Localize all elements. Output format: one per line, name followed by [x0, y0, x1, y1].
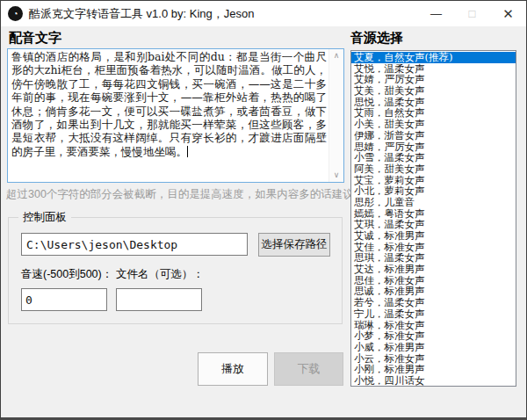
voice-list-item[interactable]: 小北，萝莉女声 — [351, 185, 516, 197]
voice-source-listbox[interactable]: 艾夏，自然女声(推荐)艾悦，温柔女声艾婧，严厉女声艾美，甜美女声思悦，温柔女声艾… — [350, 50, 516, 387]
speed-input[interactable] — [21, 288, 107, 311]
voice-list-item[interactable]: 小威，标准男声 — [351, 342, 516, 353]
voice-list-item[interactable]: 宁儿，温柔女声 — [351, 308, 516, 320]
play-button[interactable]: 播放 — [198, 352, 268, 386]
maximize-icon: □ — [454, 1, 490, 26]
voice-text-section-title: 配音文字 — [9, 30, 61, 47]
voice-list-item[interactable]: 小悦，四川话女 — [351, 375, 516, 387]
voice-list-item[interactable]: 伊娜，浙普女声 — [351, 130, 516, 141]
minimize-icon[interactable]: — — [418, 1, 454, 26]
voice-list-item[interactable]: 艾美，甜美女声 — [351, 85, 516, 97]
voice-list-item[interactable]: 艾琪，温柔女声 — [351, 219, 516, 230]
truncation-hint: 超过300个字符的部分会被截断，目的是提高速度，如果内容多的话建议分次转换 — [6, 187, 349, 202]
filename-label: 文件名（可选）： — [116, 267, 204, 282]
voice-list-item[interactable]: 嫣嫣，粤语女声 — [351, 208, 516, 220]
filename-input[interactable] — [116, 288, 202, 311]
textarea-scrollbar[interactable]: ∧ ∨ — [328, 49, 343, 182]
close-icon[interactable]: ✕ — [490, 1, 526, 26]
voice-list-item[interactable]: 思悦，温柔女声 — [351, 97, 516, 108]
speed-label: 音速(-500到500)： — [21, 267, 112, 282]
voice-list-item[interactable]: 艾佳，标准女声 — [351, 242, 516, 253]
voice-list-item[interactable]: 小雪，温柔女声 — [351, 152, 516, 163]
title-bar: ◔ 酷派克文字转语音工具 v1.0 by: King，Jeson — □ ✕ — [1, 1, 526, 26]
voice-list-item[interactable]: 艾诚，标准男声 — [351, 230, 516, 242]
voice-list-item[interactable]: 小梦，标准女声 — [351, 330, 516, 342]
voice-list-item[interactable]: 若兮，温柔女声 — [351, 297, 516, 308]
voice-list-item[interactable]: 小美，甜美女声 — [351, 119, 516, 130]
voice-list-item[interactable]: 思佳，标准女声 — [351, 275, 516, 286]
scroll-up-icon[interactable]: ∧ — [329, 49, 343, 62]
window-controls: — □ ✕ — [418, 1, 526, 26]
voice-list-item[interactable]: 阿美，甜美女声 — [351, 163, 516, 175]
voice-source-section-title: 音源选择 — [350, 30, 403, 47]
voice-list-item[interactable]: 思琪，温柔女声 — [351, 252, 516, 264]
voice-list-item[interactable]: 艾悦，温柔女声 — [351, 63, 516, 75]
choose-save-path-button[interactable]: 选择保存路径 — [258, 233, 330, 257]
voice-list-item[interactable]: 思婧，严厉女声 — [351, 141, 516, 153]
control-panel-title: 控制面板 — [18, 210, 71, 225]
voice-list-item[interactable]: 小云，标准女声 — [351, 353, 516, 365]
voice-list-item[interactable]: 瑞琳，标准女声 — [351, 320, 516, 331]
voice-list-item[interactable]: 小刚，标准男声 — [351, 364, 516, 375]
voice-list-item[interactable]: 思彤，儿童音 — [351, 197, 516, 208]
voice-list-item[interactable]: 艾婧，严厉女声 — [351, 74, 516, 85]
download-button: 下载 — [274, 352, 343, 386]
app-icon: ◔ — [8, 6, 23, 21]
control-panel-groupbox: 控制面板 选择保存路径 音速(-500到500)： 文件名（可选）： — [8, 217, 343, 324]
voice-text-content: 鲁镇的酒店的格局，是和别bai处不同的du：都是当街一个曲尺形的大zhi柜台，柜… — [8, 49, 328, 182]
voice-list-item[interactable]: 艾宝，萝莉女声 — [351, 175, 516, 186]
window-title: 酷派克文字转语音工具 v1.0 by: King，Jeson — [29, 6, 254, 22]
voice-list-item[interactable]: 艾达，标准男声 — [351, 264, 516, 275]
app-window: ◔ 酷派克文字转语音工具 v1.0 by: King，Jeson — □ ✕ 配… — [0, 0, 527, 420]
scroll-down-icon[interactable]: ∨ — [329, 169, 343, 182]
voice-text-input-area[interactable]: 鲁镇的酒店的格局，是和别bai处不同的du：都是当街一个曲尺形的大zhi柜台，柜… — [7, 48, 344, 183]
text-caret — [187, 146, 188, 157]
save-path-input[interactable] — [21, 233, 248, 256]
voice-list-item[interactable]: 思诚，标准男声 — [351, 286, 516, 297]
voice-list-item[interactable]: 艾雨，自然女声 — [351, 107, 516, 119]
voice-list-item[interactable]: 艾夏，自然女声(推荐) — [351, 52, 516, 63]
